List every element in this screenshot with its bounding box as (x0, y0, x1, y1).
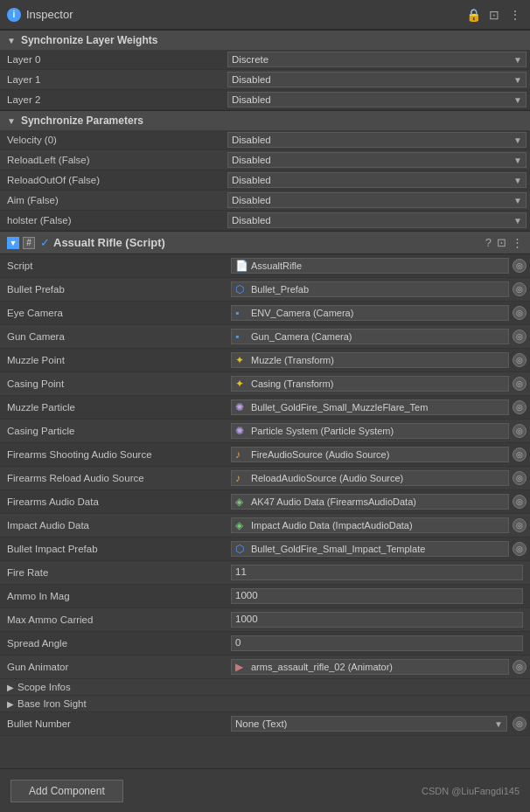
script-prop-row: Firearms Audio Data ◈ AK47 Audio Data (F… (0, 490, 530, 514)
obj-ref[interactable]: ✺ Bullet_GoldFire_Small_MuzzleFlare_Tem (231, 399, 509, 415)
lock-icon[interactable]: 🔒 (465, 7, 481, 23)
prop-label: Fire Rate (0, 566, 227, 580)
layer-dropdown[interactable]: Disabled ▼ (227, 72, 527, 87)
num-input[interactable]: 11 (231, 565, 523, 580)
script-collapse-toggle[interactable]: ▼ (7, 237, 19, 249)
obj-ref-circle-btn[interactable]: ◎ (513, 448, 527, 462)
obj-ref-icon: ✦ (235, 378, 248, 390)
param-dropdown[interactable]: Disabled ▼ (227, 172, 527, 188)
prop-value: 1000 (227, 608, 530, 631)
obj-ref-icon: ♪ (235, 448, 248, 461)
obj-ref[interactable]: 📄 AssualtRifle (231, 258, 509, 274)
obj-ref[interactable]: ◈ AK47 Audio Data (FirearmsAudioData) (231, 494, 509, 510)
num-input[interactable]: 0 (231, 635, 523, 651)
prop-label: Bullet Prefab (0, 282, 227, 296)
inspector-content: ▼ Synchronize Layer Weights Layer 0 Disc… (0, 30, 530, 768)
obj-ref[interactable]: ▪ ENV_Camera (Camera) (231, 305, 509, 321)
obj-ref-circle-btn[interactable]: ◎ (513, 400, 527, 414)
obj-ref[interactable]: ▪ Gun_Camera (Camera) (231, 329, 509, 344)
obj-ref-icon: ✺ (235, 425, 248, 437)
script-properties: Script 📄 AssualtRifle ◎ Bullet Prefab ⬡ … (0, 254, 530, 679)
prop-value: ♪ ReloadAudioSource (Audio Source) ◎ (227, 467, 530, 489)
obj-ref-icon: ✺ (235, 401, 248, 413)
param-dropdown-text: Disabled (232, 195, 271, 205)
obj-ref[interactable]: ⬡ Bullet_Prefab (231, 281, 509, 297)
menu-icon[interactable]: ⋮ (507, 7, 523, 23)
layer-dropdown[interactable]: Disabled ▼ (227, 92, 527, 108)
prop-label: Ammo In Mag (0, 589, 227, 603)
obj-ref-circle-btn[interactable]: ◎ (513, 330, 527, 344)
layer-dropdown-arrow: ▼ (513, 95, 522, 105)
obj-ref-icon: ♪ (235, 472, 248, 484)
group-label: Scope Infos (17, 682, 71, 692)
obj-ref[interactable]: ◈ Impact Audio Data (ImpactAudioData) (231, 517, 509, 533)
obj-ref[interactable]: ⬡ Bullet_GoldFire_Small_Impact_Template (231, 541, 509, 557)
obj-ref-circle-btn[interactable]: ◎ (513, 471, 527, 485)
layer-dropdown-text: Disabled (232, 94, 271, 105)
layout-action-icon[interactable]: ⊡ (497, 236, 506, 249)
group-label: Base Iron Sight (17, 698, 87, 709)
bullet-number-circle-btn[interactable]: ◎ (513, 717, 527, 731)
obj-ref-circle-btn[interactable]: ◎ (513, 282, 527, 296)
add-component-button[interactable]: Add Component (10, 780, 123, 802)
bullet-number-dropdown-arrow: ▼ (494, 719, 503, 729)
script-checkmark: ✓ (40, 236, 50, 249)
obj-ref-circle-btn[interactable]: ◎ (513, 377, 527, 391)
prop-label: Bullet Impact Prefab (0, 542, 227, 556)
layer-dropdown[interactable]: Discrete ▼ (227, 52, 527, 67)
group-row[interactable]: ▶ Scope Infos (0, 679, 530, 696)
hash-icon: # (26, 238, 31, 247)
obj-ref-circle-btn[interactable]: ◎ (513, 518, 527, 532)
sync-params-header[interactable]: ▼ Synchronize Parameters (0, 110, 530, 130)
obj-ref[interactable]: ✦ Casing (Transform) (231, 376, 509, 392)
bullet-number-dropdown[interactable]: None (Text) ▼ (231, 716, 507, 732)
param-dropdown-arrow: ▼ (513, 156, 522, 165)
obj-ref-circle-btn[interactable]: ◎ (513, 660, 527, 674)
num-input[interactable]: 1000 (231, 588, 523, 604)
obj-ref-circle-btn[interactable]: ◎ (513, 306, 527, 320)
obj-ref-circle-btn[interactable]: ◎ (513, 542, 527, 556)
param-row: ReloadLeft (False) Disabled ▼ (0, 150, 530, 170)
script-prop-row: Impact Audio Data ◈ Impact Audio Data (I… (0, 514, 530, 538)
script-prop-row: Spread Angle 0 (0, 632, 530, 656)
script-prop-row: Bullet Impact Prefab ⬡ Bullet_GoldFire_S… (0, 538, 530, 561)
script-action-buttons: ? ⊡ ⋮ (485, 236, 523, 249)
more-options-icon[interactable]: ⋮ (512, 236, 523, 249)
obj-ref[interactable]: ♪ FireAudioSource (Audio Source) (231, 447, 509, 462)
param-dropdown[interactable]: Disabled ▼ (227, 132, 527, 148)
prop-label: Firearms Reload Audio Source (0, 471, 227, 485)
param-dropdown[interactable]: Disabled ▼ (227, 192, 527, 208)
obj-ref-icon: ▶ (235, 661, 248, 673)
obj-ref-circle-btn[interactable]: ◎ (513, 424, 527, 438)
prop-label: Muzzle Point (0, 353, 227, 367)
obj-ref[interactable]: ▶ arms_assault_rifle_02 (Animator) (231, 659, 509, 675)
param-row: holster (False) Disabled ▼ (0, 211, 530, 231)
layout-icon[interactable]: ⊡ (486, 7, 502, 23)
obj-ref[interactable]: ✦ Muzzle (Transform) (231, 352, 509, 368)
group-row[interactable]: ▶ Base Iron Sight (0, 696, 530, 712)
sync-layer-weights-title: Synchronize Layer Weights (21, 34, 158, 46)
prop-label: Spread Angle (0, 636, 227, 650)
obj-ref-text: Gun_Camera (Camera) (251, 331, 352, 342)
script-prop-row: Muzzle Particle ✺ Bullet_GoldFire_Small_… (0, 396, 530, 420)
sync-layer-weights-header[interactable]: ▼ Synchronize Layer Weights (0, 30, 530, 50)
param-dropdown[interactable]: Disabled ▼ (227, 212, 527, 228)
obj-ref[interactable]: ✺ Particle System (Particle System) (231, 423, 509, 439)
obj-ref-icon: ⬡ (235, 543, 248, 555)
obj-ref-circle-btn[interactable]: ◎ (513, 353, 527, 367)
help-icon[interactable]: ? (485, 236, 492, 249)
obj-ref-circle-btn[interactable]: ◎ (513, 259, 527, 273)
layer-dropdown-text: Discrete (232, 54, 268, 65)
bullet-number-label: Bullet Number (0, 717, 227, 731)
num-input[interactable]: 1000 (231, 612, 523, 628)
obj-ref-icon: ⬡ (235, 283, 248, 295)
bullet-number-row: Bullet Number None (Text) ▼ ◎ (0, 712, 530, 736)
obj-ref-circle-btn[interactable]: ◎ (513, 495, 527, 509)
script-prop-row: Casing Point ✦ Casing (Transform) ◎ (0, 372, 530, 396)
hash-badge: # (23, 237, 35, 249)
param-dropdown[interactable]: Disabled ▼ (227, 152, 527, 168)
prop-label: Script (0, 259, 227, 273)
obj-ref[interactable]: ♪ ReloadAudioSource (Audio Source) (231, 470, 509, 486)
obj-ref-text: Casing (Transform) (251, 378, 333, 389)
group-arrow: ▶ (7, 683, 14, 692)
